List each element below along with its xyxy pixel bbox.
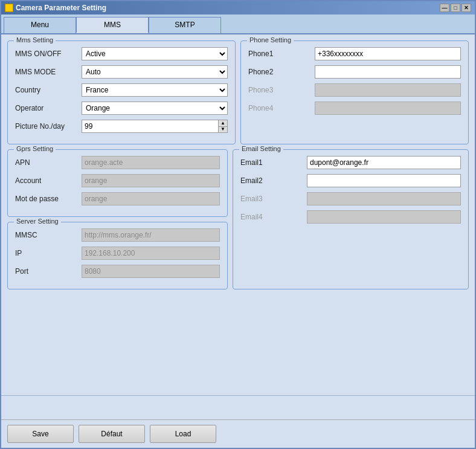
picture-day-row: Picture No./day ▲ ▼ xyxy=(15,120,228,133)
port-row: Port xyxy=(15,265,220,278)
email1-label: Email1 xyxy=(240,158,307,167)
mms-mode-row: MMS MODE Auto Manual xyxy=(15,65,228,79)
spinner-up-button[interactable]: ▲ xyxy=(219,120,227,127)
operator-row: Operator Orange SFR Bouygues xyxy=(15,102,228,115)
server-setting-title: Server Setting xyxy=(14,218,61,225)
maximize-button[interactable]: □ xyxy=(451,4,460,12)
phone4-input xyxy=(315,102,461,115)
gprs-setting-panel: Gprs Setting APN Account Mot de passe xyxy=(7,149,228,217)
mms-on-off-row: MMS ON/OFF Active Inactive xyxy=(15,47,228,60)
email2-row: Email2 xyxy=(240,174,461,187)
phone3-input xyxy=(315,83,461,97)
port-label: Port xyxy=(15,267,82,276)
mmsc-label: MMSC xyxy=(15,231,82,239)
tab-mms[interactable]: MMS xyxy=(76,17,149,33)
phone2-row: Phone2 xyxy=(248,65,461,79)
server-setting-panel: Server Setting MMSC IP Port xyxy=(7,222,228,289)
left-bottom-panels: Gprs Setting APN Account Mot de passe xyxy=(7,149,228,289)
phone3-label: Phone3 xyxy=(248,86,315,94)
email2-input[interactable] xyxy=(307,174,461,187)
minimize-button[interactable]: — xyxy=(440,4,449,12)
bottom-spacer xyxy=(1,395,475,419)
account-row: Account xyxy=(15,174,220,187)
ip-input xyxy=(82,247,220,260)
phone1-row: Phone1 xyxy=(248,47,461,60)
app-icon xyxy=(5,4,13,12)
spinner-buttons: ▲ ▼ xyxy=(218,120,228,133)
title-bar-controls: — □ ✕ xyxy=(440,4,471,12)
mms-on-off-label: MMS ON/OFF xyxy=(15,50,82,58)
email-setting-panel: Email Setting Email1 Email2 Email3 xyxy=(233,149,469,289)
panels-area: Mms Setting MMS ON/OFF Active Inactive M… xyxy=(1,34,475,395)
country-label: Country xyxy=(15,86,82,94)
motdepasse-label: Mot de passe xyxy=(15,195,82,203)
port-input xyxy=(82,265,220,278)
operator-select[interactable]: Orange SFR Bouygues xyxy=(82,102,228,115)
footer: Save Défaut Load xyxy=(1,419,475,448)
default-button[interactable]: Défaut xyxy=(79,425,145,443)
account-label: Account xyxy=(15,176,82,185)
mms-setting-title: Mms Setting xyxy=(14,36,56,44)
apn-label: APN xyxy=(15,158,82,167)
mms-mode-select[interactable]: Auto Manual xyxy=(82,65,228,79)
phone-setting-panel: Phone Setting Phone1 Phone2 Phone3 xyxy=(240,40,469,144)
country-select[interactable]: France Germany UK xyxy=(82,83,228,97)
tab-menu[interactable]: Menu xyxy=(4,17,76,33)
email4-input xyxy=(307,210,461,224)
email1-row: Email1 xyxy=(240,156,461,169)
phone3-row: Phone3 xyxy=(248,83,461,97)
email3-label: Email3 xyxy=(240,195,307,203)
ip-label: IP xyxy=(15,249,82,257)
load-button[interactable]: Load xyxy=(150,425,216,443)
phone1-label: Phone1 xyxy=(248,50,315,58)
title-bar: Camera Parameter Setting — □ ✕ xyxy=(1,1,475,15)
account-input xyxy=(82,174,220,187)
picture-day-spinner: ▲ ▼ xyxy=(82,120,228,133)
email-setting-title: Email Setting xyxy=(239,145,283,152)
phone4-label: Phone4 xyxy=(248,104,315,112)
gprs-setting-title: Gprs Setting xyxy=(14,145,56,152)
email2-label: Email2 xyxy=(240,176,307,185)
phone2-input[interactable] xyxy=(315,65,461,79)
email1-input[interactable] xyxy=(307,156,461,169)
email4-row: Email4 xyxy=(240,210,461,224)
window-title: Camera Parameter Setting xyxy=(16,4,106,12)
spinner-down-button[interactable]: ▼ xyxy=(219,127,227,133)
phone-setting-title: Phone Setting xyxy=(247,36,294,44)
title-bar-left: Camera Parameter Setting xyxy=(5,4,106,12)
mms-setting-panel: Mms Setting MMS ON/OFF Active Inactive M… xyxy=(7,40,236,144)
top-row: Mms Setting MMS ON/OFF Active Inactive M… xyxy=(7,40,469,144)
main-area: Mms Setting MMS ON/OFF Active Inactive M… xyxy=(1,34,475,448)
save-button[interactable]: Save xyxy=(7,425,74,443)
ip-row: IP xyxy=(15,247,220,260)
mmsc-row: MMSC xyxy=(15,228,220,242)
phone4-row: Phone4 xyxy=(248,102,461,115)
country-row: Country France Germany UK xyxy=(15,83,228,97)
motdepasse-row: Mot de passe xyxy=(15,192,220,205)
tab-smtp[interactable]: SMTP xyxy=(149,17,221,33)
picture-day-input[interactable] xyxy=(82,120,218,133)
email3-row: Email3 xyxy=(240,192,461,205)
phone1-input[interactable] xyxy=(315,47,461,60)
phone2-label: Phone2 xyxy=(248,68,315,76)
email4-label: Email4 xyxy=(240,213,307,221)
email3-input xyxy=(307,192,461,205)
main-window: Camera Parameter Setting — □ ✕ Menu MMS … xyxy=(0,0,476,449)
motdepasse-input xyxy=(82,192,220,205)
mms-on-off-select[interactable]: Active Inactive xyxy=(82,47,228,60)
picture-day-label: Picture No./day xyxy=(15,122,82,131)
operator-label: Operator xyxy=(15,104,82,112)
mmsc-input xyxy=(82,228,220,242)
bottom-row: Gprs Setting APN Account Mot de passe xyxy=(7,149,469,289)
apn-row: APN xyxy=(15,156,220,169)
close-button[interactable]: ✕ xyxy=(462,4,471,12)
apn-input xyxy=(82,156,220,169)
mms-mode-label: MMS MODE xyxy=(15,68,82,76)
tab-bar: Menu MMS SMTP xyxy=(1,15,475,34)
